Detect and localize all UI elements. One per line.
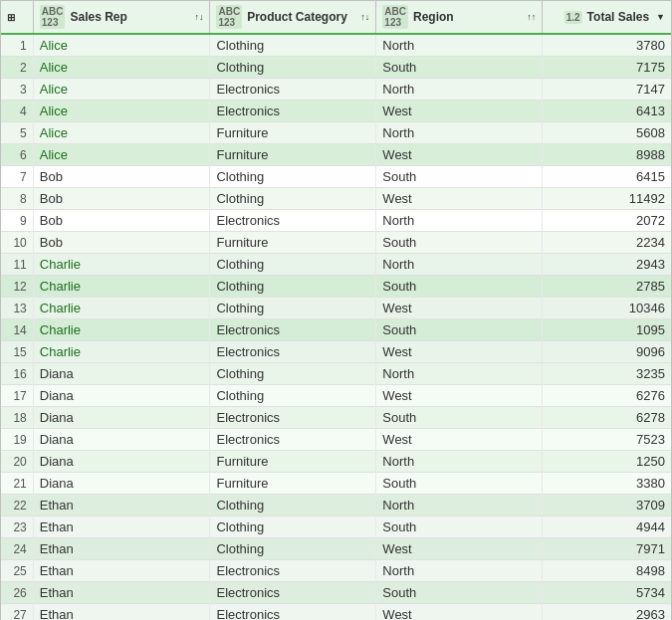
cell-category: Clothing [210, 517, 376, 538]
cell-total-sales: 6415 [543, 166, 671, 188]
sort-icon-total[interactable]: ▼ [656, 12, 665, 22]
cell-category: Furniture [210, 473, 376, 495]
cell-category: Furniture [210, 232, 376, 254]
cell-total-sales: 10346 [543, 298, 671, 319]
cell-total-sales: 7971 [543, 538, 671, 560]
cell-salesrep: Alice [33, 122, 210, 144]
row-number: 13 [1, 298, 33, 319]
sort-icon-salesrep[interactable]: ↑↓ [194, 12, 203, 22]
cell-total-sales: 4944 [543, 517, 671, 538]
cell-total-sales: 3380 [543, 473, 671, 495]
cell-region: South [376, 276, 543, 298]
cell-salesrep: Charlie [33, 276, 210, 298]
cell-salesrep: Ethan [33, 560, 210, 582]
cell-total-sales: 2963 [543, 604, 671, 621]
row-number: 18 [1, 407, 33, 429]
cell-category: Clothing [210, 57, 376, 79]
row-number: 22 [1, 495, 33, 517]
row-number: 21 [1, 473, 33, 495]
table-row: 4AliceElectronicsWest6413 [1, 101, 671, 122]
cell-region: North [376, 122, 543, 144]
row-number: 12 [1, 276, 33, 298]
col-header-total[interactable]: 1.2 Total Sales ▼ [543, 1, 671, 34]
cell-salesrep: Ethan [33, 582, 210, 604]
table-row: 26EthanElectronicsSouth5734 [1, 582, 671, 604]
cell-total-sales: 7523 [543, 429, 671, 451]
cell-salesrep: Charlie [33, 298, 210, 319]
cell-region: South [376, 473, 543, 495]
cell-region: West [376, 538, 543, 560]
sort-icon-region[interactable]: ↑↑ [527, 12, 536, 22]
table-row: 10BobFurnitureSouth2234 [1, 232, 671, 254]
table-row: 3AliceElectronicsNorth7147 [1, 79, 671, 101]
cell-region: West [376, 101, 543, 122]
table-row: 13CharlieClothingWest10346 [1, 298, 671, 319]
cell-total-sales: 7147 [543, 79, 671, 101]
row-number: 27 [1, 604, 33, 621]
cell-total-sales: 11492 [543, 188, 671, 210]
cell-region: West [376, 385, 543, 407]
table-row: 12CharlieClothingSouth2785 [1, 276, 671, 298]
cell-category: Clothing [210, 34, 376, 57]
row-number: 5 [1, 122, 33, 144]
row-number: 4 [1, 101, 33, 122]
cell-region: West [376, 298, 543, 319]
table-row: 5AliceFurnitureNorth5608 [1, 122, 671, 144]
cell-category: Electronics [210, 319, 376, 341]
table-row: 25EthanElectronicsNorth8498 [1, 560, 671, 582]
cell-total-sales: 2234 [543, 232, 671, 254]
data-table: ⊞ ABC123 Sales Rep ↑↓ ABC123 Product Cat… [0, 0, 672, 620]
col-header-salesrep[interactable]: ABC123 Sales Rep ↑↓ [33, 1, 210, 34]
cell-region: North [376, 560, 543, 582]
numeric-icon: 1.2 [564, 11, 582, 24]
cell-salesrep: Ethan [33, 517, 210, 538]
sort-icon-category[interactable]: ↑↓ [360, 12, 369, 22]
table-row: 27EthanElectronicsWest2963 [1, 604, 671, 621]
cell-region: West [376, 188, 543, 210]
table-row: 1AliceClothingNorth3780 [1, 34, 671, 57]
cell-category: Clothing [210, 538, 376, 560]
cell-total-sales: 1250 [543, 451, 671, 473]
cell-salesrep: Alice [33, 57, 210, 79]
cell-region: South [376, 57, 543, 79]
abc123-icon-2: ABC123 [216, 5, 242, 29]
header-row: ⊞ ABC123 Sales Rep ↑↓ ABC123 Product Cat… [1, 1, 671, 34]
col-label-region: Region [413, 10, 454, 24]
row-number: 16 [1, 363, 33, 385]
cell-category: Electronics [210, 101, 376, 122]
table-row: 24EthanClothingWest7971 [1, 538, 671, 560]
cell-region: West [376, 604, 543, 621]
row-number: 25 [1, 560, 33, 582]
cell-category: Electronics [210, 79, 376, 101]
cell-total-sales: 6276 [543, 385, 671, 407]
col-label-total: Total Sales [587, 10, 649, 24]
col-header-region[interactable]: ABC123 Region ↑↑ [376, 1, 543, 34]
cell-region: North [376, 451, 543, 473]
cell-total-sales: 3709 [543, 495, 671, 517]
cell-region: North [376, 210, 543, 232]
table-row: 18DianaElectronicsSouth6278 [1, 407, 671, 429]
cell-total-sales: 9096 [543, 341, 671, 363]
cell-region: South [376, 232, 543, 254]
cell-salesrep: Bob [33, 210, 210, 232]
cell-total-sales: 1095 [543, 319, 671, 341]
cell-category: Furniture [210, 122, 376, 144]
table-row: 6AliceFurnitureWest8988 [1, 144, 671, 166]
row-number: 11 [1, 254, 33, 276]
cell-total-sales: 8988 [543, 144, 671, 166]
cell-region: North [376, 79, 543, 101]
row-number: 6 [1, 144, 33, 166]
table-row: 2AliceClothingSouth7175 [1, 57, 671, 79]
row-number: 10 [1, 232, 33, 254]
cell-region: South [376, 166, 543, 188]
cell-category: Electronics [210, 582, 376, 604]
col-header-rownum: ⊞ [1, 1, 33, 34]
col-header-category[interactable]: ABC123 Product Category ↑↓ [210, 1, 376, 34]
cell-salesrep: Ethan [33, 538, 210, 560]
cell-category: Clothing [210, 298, 376, 319]
cell-region: South [376, 517, 543, 538]
cell-total-sales: 6413 [543, 101, 671, 122]
cell-category: Clothing [210, 276, 376, 298]
col-label-salesrep: Sales Rep [70, 10, 126, 24]
row-number: 3 [1, 79, 33, 101]
